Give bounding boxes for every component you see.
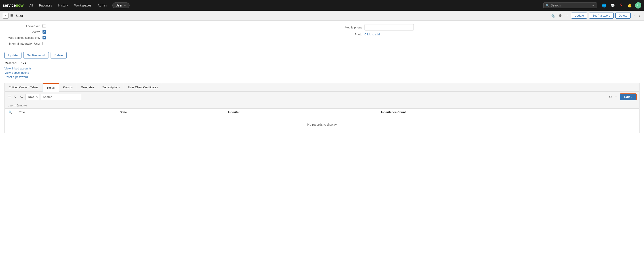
- internal-integration-checkbox[interactable]: [42, 42, 46, 45]
- tab-delegates[interactable]: Delegates: [77, 83, 98, 91]
- logo[interactable]: servicenow: [3, 3, 24, 8]
- field-internal-integration: Internal Integration User: [4, 42, 318, 45]
- web-service-label: Web service access only: [4, 36, 40, 40]
- tab-groups[interactable]: Groups: [59, 83, 77, 91]
- mobile-phone-input[interactable]: [364, 24, 414, 31]
- reset-password-link[interactable]: Reset a password: [4, 75, 640, 79]
- header-delete-button[interactable]: Delete: [615, 13, 630, 19]
- form-section: Locked out Active Web service access onl…: [4, 24, 640, 48]
- nav-icons: 🌐 💬 ❓ 🔔 U: [601, 2, 641, 9]
- nav-favorites[interactable]: Favorites: [37, 3, 54, 8]
- nav-up-icon[interactable]: ↑: [632, 13, 636, 19]
- user-button[interactable]: User ☆: [112, 3, 130, 8]
- col-role[interactable]: Role: [16, 109, 117, 116]
- field-photo: Photo Click to add...: [326, 33, 640, 36]
- list-icon[interactable]: ☰: [8, 94, 12, 100]
- photo-label: Photo: [326, 33, 362, 36]
- help-icon[interactable]: ❓: [618, 3, 624, 9]
- filter-text: User = (empty): [5, 102, 639, 109]
- avatar[interactable]: U: [635, 2, 641, 9]
- tabs-section: Entitled Custom Tables Roles Groups Dele…: [4, 83, 640, 133]
- chat-icon[interactable]: 💬: [610, 3, 616, 9]
- nav-admin[interactable]: Admin: [96, 3, 109, 8]
- field-active: Active: [4, 30, 318, 34]
- header-set-password-button[interactable]: Set Password: [589, 13, 614, 19]
- globe-icon[interactable]: 🌐: [601, 3, 607, 9]
- delete-button[interactable]: Delete: [50, 52, 67, 59]
- photo-link[interactable]: Click to add...: [364, 33, 382, 36]
- locked-out-label: Locked out: [4, 25, 40, 28]
- table-settings-icon[interactable]: ⚙: [608, 94, 612, 100]
- nav-workspaces[interactable]: Workspaces: [72, 3, 94, 8]
- tab-user-client-certificates[interactable]: User Client Certificates: [124, 83, 162, 91]
- view-linked-accounts-link[interactable]: View linked accounts: [4, 67, 640, 70]
- table-header-row: 🔍 Role State Inherited Inheritance Count: [5, 109, 639, 116]
- related-links-section: Related Links View linked accounts View …: [4, 61, 640, 79]
- update-button[interactable]: Update: [4, 52, 22, 59]
- tab-roles[interactable]: Roles: [43, 83, 59, 92]
- table-search-input[interactable]: [41, 94, 81, 100]
- back-button[interactable]: ‹: [3, 13, 8, 19]
- set-password-button[interactable]: Set Password: [23, 52, 49, 59]
- data-table: User = (empty) 🔍 Role State Inherited In…: [5, 102, 639, 133]
- bottom-buttons: Update Set Password Delete: [4, 52, 640, 59]
- field-web-service: Web service access only: [4, 36, 318, 40]
- top-navigation: servicenow All Favorites History Workspa…: [0, 0, 644, 11]
- tab-entitled-custom-tables[interactable]: Entitled Custom Tables: [5, 83, 43, 91]
- search-input[interactable]: [551, 4, 591, 7]
- active-label: Active: [4, 30, 40, 34]
- hamburger-icon[interactable]: ☰: [10, 14, 14, 18]
- nav-history[interactable]: History: [56, 3, 70, 8]
- logo-service: service: [3, 3, 16, 8]
- col-inherited[interactable]: Inherited: [225, 109, 378, 116]
- related-links-title: Related Links: [4, 61, 640, 65]
- web-service-checkbox[interactable]: [42, 36, 46, 40]
- page-title: User: [16, 14, 23, 18]
- active-checkbox[interactable]: [42, 30, 46, 34]
- locked-out-checkbox[interactable]: [42, 24, 46, 28]
- search-icon: 🔍: [546, 4, 549, 7]
- main-content: Locked out Active Web service access onl…: [0, 21, 644, 137]
- role-select[interactable]: Role: [26, 94, 39, 100]
- field-locked-out: Locked out: [4, 24, 318, 28]
- header-update-button[interactable]: Update: [571, 13, 587, 19]
- col-inheritance-count[interactable]: Inheritance Count: [378, 109, 639, 116]
- more-options-icon[interactable]: ···: [564, 13, 569, 19]
- form-left-col: Locked out Active Web service access onl…: [4, 24, 318, 48]
- settings-icon[interactable]: ⚙: [558, 13, 563, 19]
- col-search[interactable]: 🔍: [5, 109, 16, 116]
- filter-icon[interactable]: ⊽: [14, 94, 17, 100]
- tab-subscriptions[interactable]: Subscriptions: [98, 83, 124, 91]
- no-records-row: No records to display: [5, 116, 639, 133]
- tabs-bar: Entitled Custom Tables Roles Groups Dele…: [5, 83, 639, 92]
- form-right-col: Mobile phone Photo Click to add...: [326, 24, 640, 48]
- mobile-phone-label: Mobile phone: [326, 26, 362, 29]
- tag-icon[interactable]: 🏷: [19, 94, 24, 100]
- attachment-icon[interactable]: 📎: [550, 13, 556, 19]
- logo-now: now: [16, 3, 24, 8]
- user-button-label: User: [116, 4, 122, 7]
- internal-integration-label: Internal Integration User: [4, 42, 40, 45]
- search-dropdown-icon[interactable]: ▾: [592, 4, 594, 7]
- sub-header-actions: 📎 ⚙ ··· Update Set Password Delete ↑ ↓: [550, 13, 641, 19]
- star-icon: ☆: [124, 4, 126, 7]
- global-search-bar[interactable]: 🔍 ▾: [543, 3, 597, 8]
- field-mobile-phone: Mobile phone: [326, 24, 640, 31]
- col-state[interactable]: State: [117, 109, 225, 116]
- edit-button[interactable]: Edit...: [620, 93, 636, 100]
- sub-header: ‹ ☰ User 📎 ⚙ ··· Update Set Password Del…: [0, 11, 644, 21]
- nav-all[interactable]: All: [27, 3, 35, 8]
- table-toolbar: ☰ ⊽ 🏷 Role ⚙ − Edit...: [5, 92, 639, 102]
- no-records-text: No records to display: [5, 116, 639, 133]
- bell-icon[interactable]: 🔔: [626, 3, 633, 9]
- table-minus-icon[interactable]: −: [614, 94, 618, 100]
- nav-down-icon[interactable]: ↓: [638, 13, 641, 19]
- table-filter-row: User = (empty): [5, 102, 639, 109]
- view-subscriptions-link[interactable]: View Subscriptions: [4, 71, 640, 74]
